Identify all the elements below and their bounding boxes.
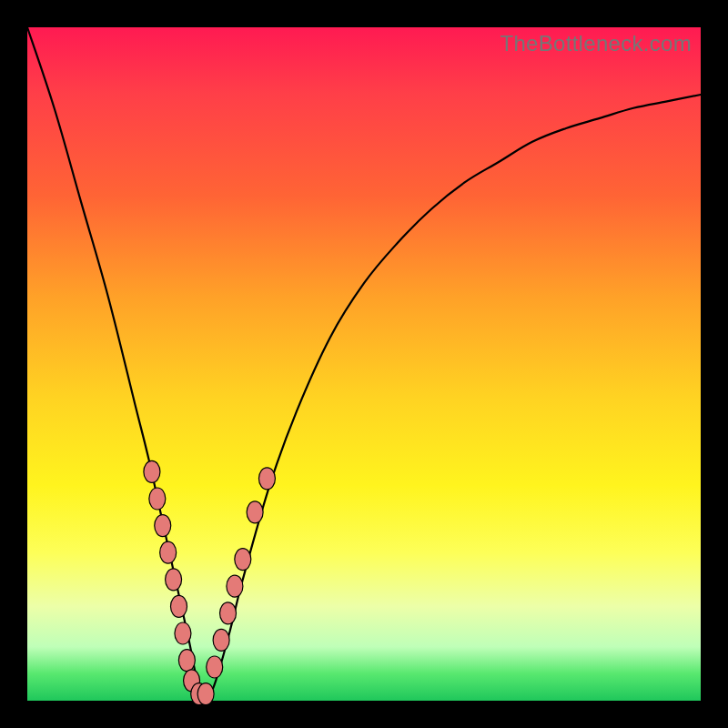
marker-bead bbox=[155, 515, 171, 537]
marker-bead bbox=[178, 650, 195, 672]
marker-bead bbox=[235, 549, 251, 571]
marker-bead bbox=[144, 460, 160, 482]
marker-bead bbox=[149, 488, 166, 510]
curve-svg bbox=[27, 27, 701, 701]
marker-bead bbox=[247, 501, 263, 523]
marker-bead bbox=[227, 575, 243, 597]
marker-bead bbox=[258, 468, 275, 490]
marker-bead bbox=[197, 683, 214, 705]
marker-bead bbox=[171, 595, 187, 617]
outer-frame: TheBottleneck.com bbox=[0, 0, 728, 728]
plot-area: TheBottleneck.com bbox=[27, 27, 701, 701]
marker-bead bbox=[175, 622, 191, 644]
marker-bead bbox=[207, 656, 223, 678]
bottleneck-curve bbox=[27, 27, 701, 696]
marker-group bbox=[144, 460, 276, 704]
marker-bead bbox=[220, 602, 237, 624]
marker-bead bbox=[166, 569, 182, 591]
marker-bead bbox=[213, 629, 229, 651]
marker-bead bbox=[160, 541, 177, 563]
